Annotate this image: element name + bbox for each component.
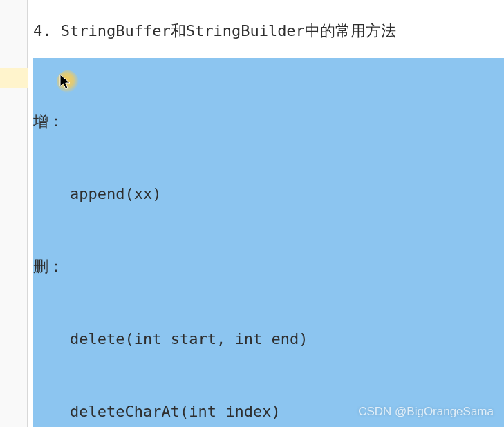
gutter-highlight — [0, 68, 28, 88]
selected-code-block[interactable]: 增： append(xx) 删： delete(int start, int e… — [33, 58, 504, 427]
watermark-text: CSDN @BigOrangeSama — [358, 405, 494, 419]
heading-line: 4. StringBuffer和StringBuilder中的常用方法 — [33, 0, 504, 58]
editor-gutter — [0, 0, 28, 427]
label-add: 增： — [33, 109, 504, 133]
method-append: append(xx) — [33, 182, 504, 206]
document-content: 4. StringBuffer和StringBuilder中的常用方法 增： a… — [33, 0, 504, 427]
method-delete-range: delete(int start, int end) — [33, 327, 504, 351]
label-delete: 删： — [33, 254, 504, 278]
